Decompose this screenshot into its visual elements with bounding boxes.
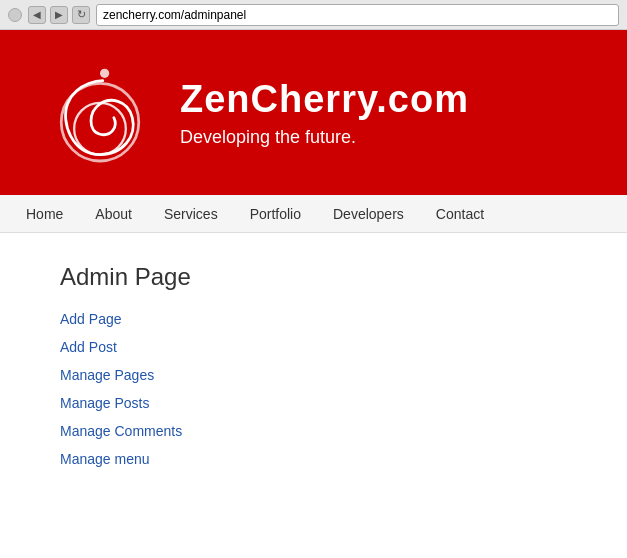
nav-link-home[interactable]: Home: [10, 198, 79, 230]
svg-point-2: [100, 68, 109, 77]
site-title: ZenCherry.com: [180, 78, 469, 121]
nav-item-developers[interactable]: Developers: [317, 198, 420, 230]
nav-item-home[interactable]: Home: [10, 198, 79, 230]
page-title: Admin Page: [60, 263, 567, 291]
add-post-link[interactable]: Add Post: [60, 339, 567, 355]
manage-pages-link[interactable]: Manage Pages: [60, 367, 567, 383]
refresh-button[interactable]: ↻: [72, 6, 90, 24]
site-header: ZenCherry.com Developing the future.: [0, 30, 627, 195]
logo-svg: [45, 53, 155, 173]
manage-comments-link[interactable]: Manage Comments: [60, 423, 567, 439]
back-button[interactable]: ◀: [28, 6, 46, 24]
nav-link-contact[interactable]: Contact: [420, 198, 500, 230]
browser-navigation: ◀ ▶ ↻: [28, 6, 90, 24]
window-buttons: [8, 8, 22, 22]
address-bar[interactable]: zencherry.com/adminpanel: [96, 4, 619, 26]
add-page-link[interactable]: Add Page: [60, 311, 567, 327]
nav-item-services[interactable]: Services: [148, 198, 234, 230]
nav-link-about[interactable]: About: [79, 198, 148, 230]
url-text: zencherry.com/adminpanel: [103, 8, 246, 22]
site-tagline: Developing the future.: [180, 127, 469, 148]
nav-link-portfolio[interactable]: Portfolio: [234, 198, 317, 230]
browser-chrome: ◀ ▶ ↻ zencherry.com/adminpanel: [0, 0, 627, 30]
manage-menu-link[interactable]: Manage menu: [60, 451, 567, 467]
manage-posts-link[interactable]: Manage Posts: [60, 395, 567, 411]
site-title-area: ZenCherry.com Developing the future.: [180, 78, 469, 148]
svg-point-1: [74, 102, 126, 154]
forward-button[interactable]: ▶: [50, 6, 68, 24]
nav-link-services[interactable]: Services: [148, 198, 234, 230]
site-nav: Home About Services Portfolio Developers…: [0, 195, 627, 233]
window-button: [8, 8, 22, 22]
nav-item-contact[interactable]: Contact: [420, 198, 500, 230]
admin-links: Add Page Add Post Manage Pages Manage Po…: [60, 311, 567, 467]
nav-item-portfolio[interactable]: Portfolio: [234, 198, 317, 230]
main-content: Admin Page Add Page Add Post Manage Page…: [0, 233, 627, 497]
logo-area: [40, 53, 160, 173]
nav-item-about[interactable]: About: [79, 198, 148, 230]
nav-link-developers[interactable]: Developers: [317, 198, 420, 230]
nav-items: Home About Services Portfolio Developers…: [10, 198, 500, 230]
